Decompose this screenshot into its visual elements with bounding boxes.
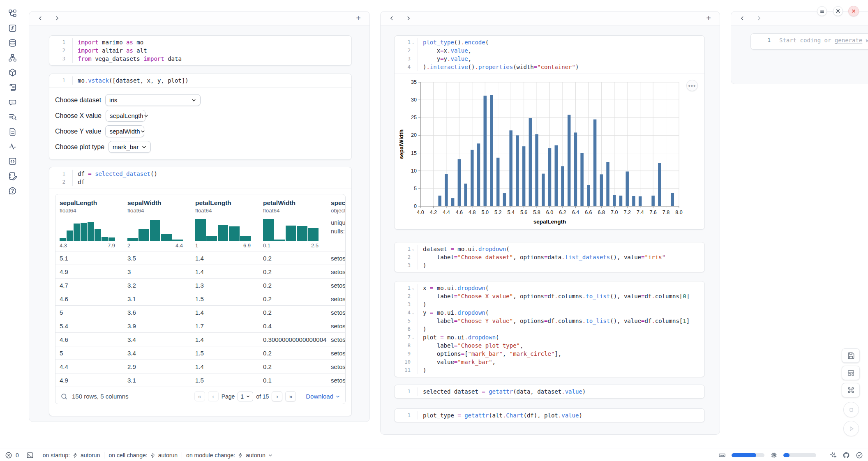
code-line[interactable]: y=y.value, [418,55,700,63]
code-editor-dataframe[interactable]: 1df = selected_dataset()2df [49,167,351,189]
cell-vstack[interactable]: 1mo.vstack([dataset, x, y, plot]) Choose… [49,74,352,160]
column-next-button[interactable] [753,13,764,24]
snippets-icon[interactable] [8,157,17,166]
code-line[interactable]: selected_dataset = getattr(data, dataset… [418,387,700,396]
choose-dataset-select[interactable]: iris [105,94,201,106]
code-editor-xy[interactable]: 1⌄x = mo.ui.dropdown(2 label="Choose X v… [395,281,704,377]
menu-button[interactable] [817,6,827,16]
bar-chart[interactable]: 4.04.24.44.64.85.05.25.45.65.86.06.26.46… [395,76,704,228]
column-header-sepalWidth[interactable]: sepalWidthfloat6424.4 [123,199,191,249]
column-header-petalWidth[interactable]: petalWidthfloat640.12.5 [259,199,327,249]
help-icon[interactable] [8,187,17,195]
code-line[interactable]: df = selected_dataset() [72,170,347,178]
choose-x-value-select[interactable]: sepalLength [106,110,145,122]
first-page-button[interactable]: « [194,391,205,401]
code-line[interactable]: from vega_datasets import data [72,55,347,63]
next-page-button[interactable]: › [272,391,282,401]
ai-sparkles-button[interactable] [829,452,837,459]
stop-all-button[interactable] [843,402,859,417]
code-line[interactable]: label="Choose Y value", options=df.colum… [418,317,700,325]
code-editor-plot[interactable]: 1⌄plot_type().encode(2 x=x.value,3 y=y.v… [395,36,704,74]
choose-plot-type-select[interactable]: mark_bar [108,141,151,153]
code-line[interactable]: mo.vstack([dataset, x, y, plot]) [72,76,347,85]
cpu-usage-meter[interactable] [783,453,816,457]
table-row[interactable]: 5.13.51.40.2setosa [55,251,345,265]
github-button[interactable] [843,452,850,459]
code-line[interactable]: dataset = mo.ui.dropdown( [418,245,700,253]
code-line[interactable]: y = mo.ui.dropdown( [418,309,700,317]
code-line[interactable]: ) [418,366,700,374]
code-line[interactable]: x=x.value, [418,46,700,55]
dependency-graph-icon[interactable] [8,53,17,62]
code-line[interactable]: label="Choose plot type", [418,341,700,350]
table-row[interactable]: 53.41.50.2setosa [55,346,345,360]
code-editor-vstack[interactable]: 1mo.vstack([dataset, x, y, plot]) [49,74,351,87]
list-search-icon[interactable] [8,113,17,121]
errors-button[interactable] [5,452,12,459]
scratchpad-icon[interactable] [8,172,17,180]
code-line[interactable]: ) [418,300,700,309]
column-header-petalLength[interactable]: petalLengthfloat6416.9 [191,199,259,249]
column-prev-button[interactable] [737,13,748,24]
download-button[interactable]: Download [306,393,340,400]
empty-cell-editor[interactable]: 1 Start coding or generate with AI [751,34,868,47]
code-line[interactable]: label="Choose dataset", options=data.lis… [418,253,700,261]
code-line[interactable]: df [72,178,347,186]
scroll-icon[interactable] [8,83,17,92]
search-icon[interactable] [60,393,68,400]
connection-status-icon[interactable] [856,452,863,459]
column-next-button[interactable] [403,13,413,24]
code-line[interactable]: import altair as alt [72,46,347,55]
code-line[interactable]: plot = mo.ui.dropdown( [418,333,700,341]
function-square-icon[interactable] [8,24,17,32]
code-line[interactable]: import marimo as mo [72,38,347,46]
table-row[interactable]: 53.61.40.2setosa [55,305,345,319]
cell-imports[interactable]: 1import marimo as mo2import altair as al… [49,35,352,66]
table-row[interactable]: 5.43.91.70.4setosa [55,319,345,332]
code-editor-selected-dataset[interactable]: 1selected_dataset = getattr(data, datase… [395,385,704,398]
code-line[interactable]: value="mark_bar", [418,358,700,366]
file-tree-icon[interactable] [8,9,17,18]
prev-page-button[interactable]: ‹ [208,391,219,401]
cell-selected-dataset[interactable]: 1selected_dataset = getattr(data, datase… [394,385,705,399]
runtime-setting-on-startup[interactable]: on startup:autorun [39,452,104,459]
cell-plot[interactable]: 1⌄plot_type().encode(2 x=x.value,3 y=y.v… [394,35,705,230]
cell-dataframe[interactable]: 1df = selected_dataset()2df sepalLengthf… [49,167,352,416]
cell-dataset-dropdown[interactable]: 1⌄dataset = mo.ui.dropdown(2 label="Choo… [394,242,705,272]
column-prev-button[interactable] [35,13,46,24]
code-line[interactable]: ) [418,261,700,270]
layout-toggle-button[interactable] [842,366,860,380]
code-line[interactable]: label="Choose X value", options=df.colum… [418,292,700,300]
column-header-sepalLength[interactable]: sepalLengthfloat644.37.9 [55,199,123,249]
ram-usage-meter[interactable] [732,453,764,457]
code-editor-plot-type[interactable]: 1plot_type = getattr(alt.Chart(df), plot… [395,409,704,422]
runtime-setting-on-cell-change[interactable]: on cell change:autorun [104,452,182,459]
table-row[interactable]: 4.73.21.30.2setosa [55,278,345,292]
code-editor-dataset[interactable]: 1⌄dataset = mo.ui.dropdown(2 label="Choo… [395,242,704,272]
table-row[interactable]: 4.63.41.40.30000000000000004setosa [55,332,345,346]
add-cell-button[interactable]: + [353,13,364,24]
runtime-setting-on-module-change[interactable]: on module change:autorun [182,452,277,459]
cell-xy-dropdowns[interactable]: 1⌄x = mo.ui.dropdown(2 label="Choose X v… [394,281,705,377]
terminal-button[interactable] [26,452,34,459]
cell-plot-type[interactable]: 1plot_type = getattr(alt.Chart(df), plot… [394,408,705,422]
chatbot-icon[interactable] [8,98,17,106]
cell-new-empty[interactable]: 1 Start coding or generate with AI [750,33,868,50]
choose-y-value-select[interactable]: sepalWidth [105,125,144,137]
table-row[interactable]: 4.42.91.40.2setosa [55,360,345,373]
code-line[interactable]: ).interactive().properties(width="contai… [418,63,700,71]
package-icon[interactable] [8,68,17,77]
table-row[interactable]: 4.63.11.50.2setosa [55,292,345,305]
code-line[interactable]: x = mo.ui.dropdown( [418,284,700,292]
code-line[interactable]: plot_type().encode( [418,38,700,46]
close-app-button[interactable] [848,6,859,16]
column-next-button[interactable] [51,13,62,24]
code-line[interactable]: ) [418,325,700,333]
column-header-species[interactable]: speciesobjectunique:nulls: [327,199,345,249]
document-icon[interactable] [8,127,17,136]
database-icon[interactable] [8,39,17,47]
code-line[interactable]: options=["mark_bar", "mark_circle"], [418,350,700,358]
table-row[interactable]: 4.93.11.50.1setosa [55,373,345,387]
activity-icon[interactable] [8,142,17,151]
save-button[interactable] [842,348,860,363]
